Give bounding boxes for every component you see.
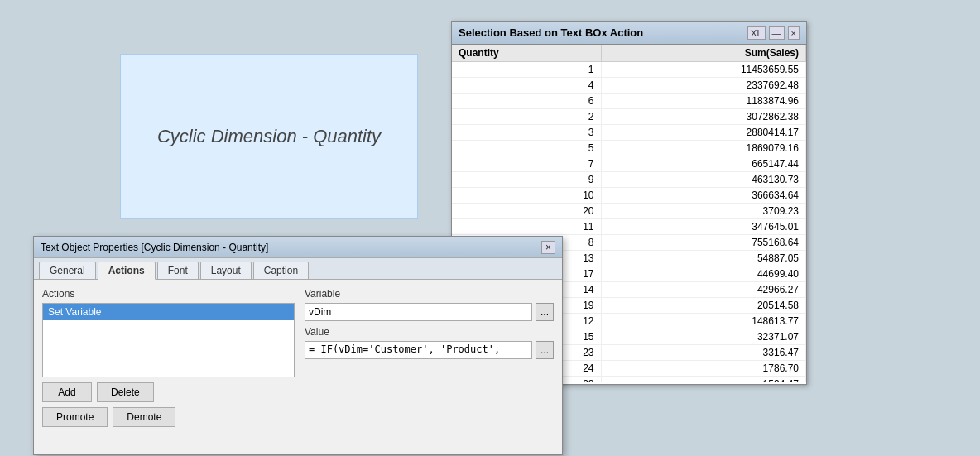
sales-cell: 1786.70: [601, 361, 806, 377]
table-row: 10366634.64: [452, 188, 806, 204]
dialog-tabs: General Actions Font Layout Caption: [34, 258, 562, 280]
cyclic-dimension-box: Cyclic Dimension - Quantity: [120, 54, 418, 219]
action-buttons-row2: Promote Demote: [42, 407, 295, 427]
sales-cell: 366634.64: [601, 188, 806, 204]
table-row: 111453659.55: [452, 62, 806, 78]
variable-input[interactable]: [305, 303, 532, 321]
variable-field-row: ...: [305, 303, 554, 321]
left-panel: Actions Set Variable Add Delete Promote …: [42, 288, 295, 427]
sales-cell: 3709.23: [601, 204, 806, 219]
main-background: Cyclic Dimension - Quantity Selection Ba…: [0, 0, 980, 456]
tab-caption[interactable]: Caption: [253, 262, 309, 279]
selection-window-title: Selection Based on Text BOx Action: [459, 26, 643, 39]
quantity-cell: 9: [452, 172, 601, 188]
tab-actions[interactable]: Actions: [98, 262, 156, 280]
sales-cell: 463130.73: [601, 172, 806, 188]
sales-cell: 32371.07: [601, 329, 806, 345]
quantity-cell: 10: [452, 188, 601, 204]
promote-button[interactable]: Promote: [42, 407, 108, 427]
quantity-cell: 3: [452, 125, 601, 141]
sales-cell: 755168.64: [601, 235, 806, 251]
quantity-cell: 4: [452, 78, 601, 94]
sales-cell: 1869079.16: [601, 141, 806, 156]
sales-cell: 347645.01: [601, 219, 806, 235]
sales-cell: 3072862.38: [601, 109, 806, 125]
sales-cell: 11453659.55: [601, 62, 806, 78]
action-item-set-variable[interactable]: Set Variable: [43, 304, 294, 320]
table-row: 203709.23: [452, 204, 806, 219]
tab-font[interactable]: Font: [157, 262, 199, 279]
quantity-cell: 6: [452, 94, 601, 109]
selection-titlebar: Selection Based on Text BOx Action XL — …: [452, 22, 806, 45]
table-row: 32880414.17: [452, 125, 806, 141]
titlebar-close-button[interactable]: ×: [788, 26, 800, 40]
dialog-body: Actions Set Variable Add Delete Promote …: [42, 288, 554, 427]
dialog-title: Text Object Properties [Cyclic Dimension…: [41, 242, 268, 253]
table-row: 61183874.96: [452, 94, 806, 109]
variable-label: Variable: [305, 288, 554, 300]
sales-cell: 44699.40: [601, 266, 806, 282]
sales-cell: 54887.05: [601, 251, 806, 266]
variable-browse-button[interactable]: ...: [536, 303, 554, 321]
titlebar-minimize-button[interactable]: —: [769, 26, 785, 40]
table-row: 11347645.01: [452, 219, 806, 235]
sales-cell: 3316.47: [601, 345, 806, 361]
value-browse-button[interactable]: ...: [536, 341, 554, 359]
quantity-cell: 7: [452, 156, 601, 172]
quantity-cell: 1: [452, 62, 601, 78]
cyclic-dimension-text: Cyclic Dimension - Quantity: [157, 126, 381, 147]
dialog-titlebar: Text Object Properties [Cyclic Dimension…: [34, 237, 562, 258]
sales-cell: 1534.47: [601, 377, 806, 383]
sales-cell: 1183874.96: [601, 94, 806, 109]
demote-button[interactable]: Demote: [113, 407, 175, 427]
table-header-row: Quantity Sum(Sales): [452, 45, 806, 62]
sales-cell: 2337692.48: [601, 78, 806, 94]
sales-cell: 148613.77: [601, 314, 806, 329]
sales-cell: 42966.27: [601, 282, 806, 298]
quantity-cell: 20: [452, 204, 601, 219]
dialog-content: Actions Set Variable Add Delete Promote …: [34, 280, 562, 435]
titlebar-icons: XL — ×: [747, 26, 800, 40]
right-panel: Variable ... Value = IF(vDim='Customer',…: [305, 288, 554, 427]
value-display: = IF(vDim='Customer', 'Product',: [305, 341, 532, 359]
sales-header: Sum(Sales): [601, 45, 806, 62]
add-button[interactable]: Add: [42, 382, 92, 402]
dialog-close-button[interactable]: ×: [541, 241, 555, 254]
actions-list[interactable]: Set Variable: [42, 303, 295, 377]
table-row: 23072862.38: [452, 109, 806, 125]
quantity-cell: 5: [452, 141, 601, 156]
value-label: Value: [305, 326, 554, 338]
quantity-cell: 11: [452, 219, 601, 235]
table-row: 9463130.73: [452, 172, 806, 188]
actions-label: Actions: [42, 288, 295, 300]
text-object-properties-dialog: Text Object Properties [Cyclic Dimension…: [33, 236, 563, 455]
value-field-row: = IF(vDim='Customer', 'Product', ...: [305, 341, 554, 359]
quantity-cell: 2: [452, 109, 601, 125]
delete-button[interactable]: Delete: [97, 382, 154, 402]
quantity-header: Quantity: [452, 45, 601, 62]
table-row: 42337692.48: [452, 78, 806, 94]
tab-layout[interactable]: Layout: [200, 262, 252, 279]
table-row: 51869079.16: [452, 141, 806, 156]
table-row: 7665147.44: [452, 156, 806, 172]
sales-cell: 665147.44: [601, 156, 806, 172]
sales-cell: 20514.58: [601, 298, 806, 314]
sales-cell: 2880414.17: [601, 125, 806, 141]
tab-general[interactable]: General: [39, 262, 96, 279]
titlebar-xl-button[interactable]: XL: [747, 26, 765, 40]
action-buttons-row: Add Delete: [42, 382, 295, 402]
